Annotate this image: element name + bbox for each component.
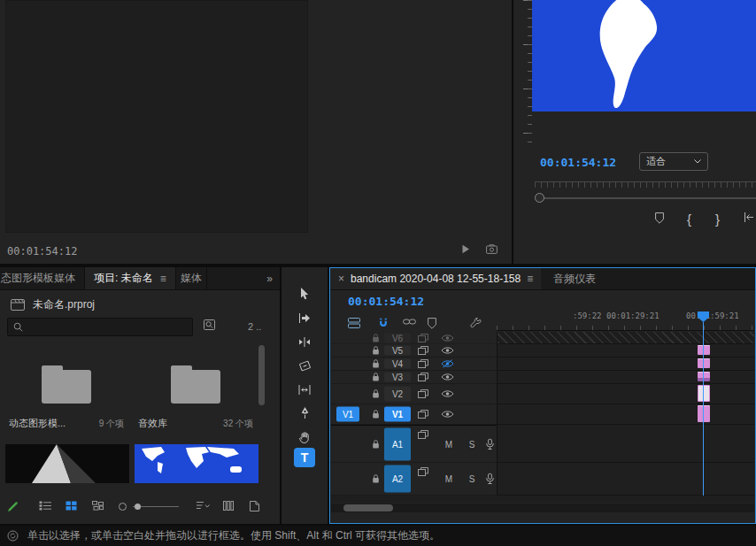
sync-lock-icon[interactable] <box>418 373 428 381</box>
time-ruler[interactable]: :59:22 00:01:29:21 00:01:59:21 <box>497 307 754 331</box>
type-tool[interactable]: T <box>294 448 315 467</box>
mute-button[interactable]: M <box>443 474 455 484</box>
mute-button[interactable]: M <box>443 439 455 449</box>
voiceover-mic-icon[interactable] <box>485 438 495 450</box>
solo-button[interactable]: S <box>466 439 478 449</box>
sync-lock-icon[interactable] <box>418 410 428 419</box>
lock-icon[interactable] <box>372 373 380 382</box>
clip[interactable] <box>698 372 710 381</box>
selection-tool[interactable] <box>293 283 316 304</box>
close-icon[interactable]: × <box>338 273 344 285</box>
source-patch-v1[interactable]: V1 <box>336 407 359 422</box>
project-scrollbar[interactable] <box>258 345 265 405</box>
clip[interactable] <box>698 345 710 355</box>
go-to-in-icon[interactable] <box>744 212 754 222</box>
timeline-settings-wrench-icon[interactable] <box>470 318 482 329</box>
tab-motion-graphics-templates[interactable]: 态图形模板媒体 <box>0 267 85 289</box>
nest-sequence-icon[interactable] <box>348 318 360 328</box>
scrollbar-thumb[interactable] <box>343 504 393 511</box>
track-name-a1[interactable]: A1 <box>384 427 411 460</box>
tab-audio-meters[interactable]: 音频仪表 <box>543 268 606 289</box>
bin-motion-templates[interactable]: 动态图形模... 9 个项 <box>2 342 131 434</box>
program-zoom-scrollbar[interactable] <box>535 193 756 204</box>
panel-menu-icon[interactable]: ≡ <box>527 273 533 285</box>
track-content-a2[interactable] <box>497 463 754 496</box>
razor-tool[interactable] <box>293 355 316 376</box>
clip[interactable] <box>698 358 710 368</box>
sync-lock-icon[interactable] <box>418 334 428 342</box>
search-box[interactable] <box>7 318 193 336</box>
clip-selected[interactable] <box>698 385 710 402</box>
thumbnail-zoom-knob[interactable] <box>135 504 141 510</box>
track-name-v4[interactable]: V4 <box>384 359 411 369</box>
sort-icon[interactable] <box>197 501 210 511</box>
zoom-scrollbar-knob[interactable] <box>535 193 544 203</box>
sync-lock-icon[interactable] <box>418 346 428 355</box>
writable-pencil-icon[interactable] <box>7 501 19 512</box>
sync-lock-icon[interactable] <box>418 359 428 368</box>
zoom-out-icon[interactable] <box>119 503 127 511</box>
hand-tool[interactable] <box>293 427 316 448</box>
bin-sound-effects[interactable]: 音效库 32 个项 <box>131 342 260 434</box>
mark-in-icon[interactable]: { <box>687 212 691 227</box>
clip-thumbnail-worldmap[interactable] <box>135 444 258 483</box>
eye-icon[interactable] <box>441 334 454 342</box>
freeform-view-icon[interactable] <box>92 501 104 511</box>
mark-out-icon[interactable]: } <box>715 212 720 227</box>
track-name-v3[interactable]: V3 <box>384 373 411 382</box>
lock-icon[interactable] <box>372 439 380 449</box>
voiceover-mic-icon[interactable] <box>485 473 495 485</box>
search-input[interactable] <box>28 321 187 334</box>
track-content-v4[interactable] <box>497 358 754 371</box>
track-name-a2[interactable]: A2 <box>384 465 411 493</box>
new-item-icon[interactable] <box>250 501 259 511</box>
track-content-v2[interactable] <box>497 384 754 404</box>
timeline-horizontal-scrollbar[interactable] <box>331 504 754 512</box>
lock-icon[interactable] <box>372 389 380 399</box>
eye-off-icon[interactable] <box>441 359 454 368</box>
lock-icon[interactable] <box>372 359 380 369</box>
project-file-row[interactable]: 未命名.prproj <box>11 296 95 312</box>
track-name-v6[interactable]: V6 <box>384 333 411 342</box>
eye-icon[interactable] <box>441 389 454 398</box>
list-view-icon[interactable] <box>39 501 51 511</box>
sync-lock-icon[interactable] <box>418 430 428 439</box>
lock-icon[interactable] <box>372 346 380 356</box>
track-name-v1[interactable]: V1 <box>384 407 411 422</box>
find-icon[interactable] <box>204 319 215 330</box>
tab-project[interactable]: 项目: 未命名 ≡ <box>85 267 176 289</box>
track-content-v3[interactable] <box>497 371 754 384</box>
lock-icon[interactable] <box>372 410 380 419</box>
eye-icon[interactable] <box>441 346 454 355</box>
clip-thumbnail-dark[interactable] <box>5 444 129 483</box>
sync-lock-icon[interactable] <box>418 389 428 398</box>
tab-media-browser[interactable]: 媒体 <box>176 267 207 289</box>
track-select-forward-tool[interactable] <box>293 307 316 328</box>
track-content-v5[interactable] <box>497 344 754 358</box>
pen-tool[interactable] <box>293 403 316 424</box>
play-icon[interactable] <box>461 244 470 254</box>
export-frame-icon[interactable] <box>486 244 498 254</box>
lock-icon[interactable] <box>372 333 380 342</box>
eye-icon[interactable] <box>441 373 454 381</box>
snap-magnet-icon[interactable] <box>378 318 389 329</box>
add-marker-icon[interactable] <box>655 212 664 224</box>
track-name-v2[interactable]: V2 <box>384 387 411 402</box>
slip-tool[interactable] <box>293 379 316 400</box>
tab-overflow-icon[interactable]: » <box>259 267 280 289</box>
automate-to-sequence-icon[interactable] <box>223 501 234 511</box>
panel-menu-icon[interactable]: ≡ <box>160 273 166 285</box>
icon-view-icon[interactable] <box>66 501 77 511</box>
clip[interactable] <box>698 405 710 422</box>
linked-selection-icon[interactable] <box>403 318 416 326</box>
sync-lock-icon[interactable] <box>418 467 428 476</box>
track-name-v5[interactable]: V5 <box>384 346 411 356</box>
zoom-fit-select[interactable]: 适合 <box>639 152 708 171</box>
track-content-a1[interactable] <box>497 425 754 463</box>
tab-sequence[interactable]: × bandicam 2020-04-08 12-55-18-158 ≡ <box>330 268 541 289</box>
eye-icon[interactable] <box>441 410 454 419</box>
lock-icon[interactable] <box>372 474 380 484</box>
ripple-edit-tool[interactable] <box>293 331 316 352</box>
add-marker-icon[interactable] <box>428 318 436 329</box>
track-content-v1[interactable] <box>497 404 754 425</box>
